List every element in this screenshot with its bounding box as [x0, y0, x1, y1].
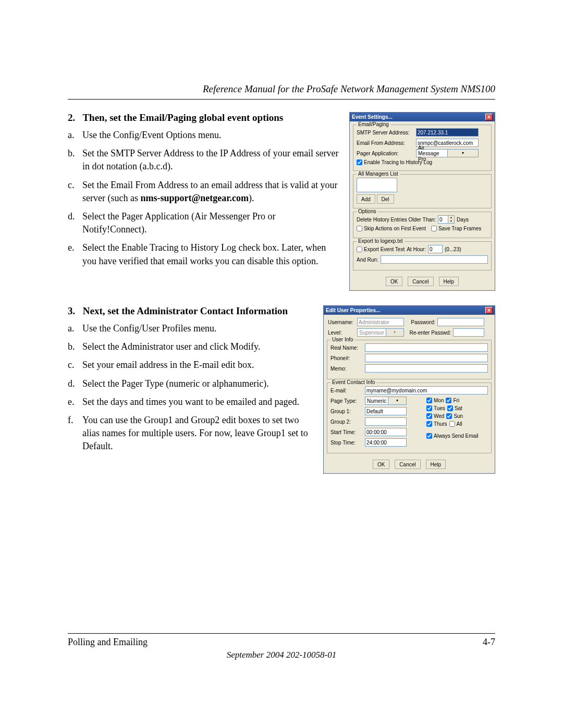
phone-input[interactable] — [365, 354, 488, 362]
item-text: Select the Administrator user and click … — [82, 340, 314, 353]
checkbox-label: Tues — [434, 405, 445, 411]
item-text: Set your email address in the E-mail edi… — [82, 359, 314, 372]
level-select: Supervisor▾ — [357, 328, 404, 337]
chevron-down-icon[interactable]: ▾ — [388, 397, 406, 404]
checkbox-label: Sun — [454, 413, 463, 419]
checkbox-input[interactable] — [357, 159, 362, 165]
group2-input[interactable] — [365, 417, 407, 426]
pagetype-select[interactable]: Numeric▾ — [365, 397, 407, 405]
managers-listbox[interactable] — [357, 178, 397, 192]
memo-input[interactable] — [365, 364, 488, 373]
checkbox-label: Always Send Email — [434, 433, 479, 439]
sat-checkbox[interactable]: Sat — [447, 405, 462, 411]
chevron-down-icon: ▾ — [386, 329, 403, 336]
item-label: d. — [68, 210, 82, 236]
smtp-input[interactable] — [416, 128, 479, 137]
section-3-row: 3. Next, set the Administrator Contact I… — [68, 305, 495, 474]
close-icon[interactable]: × — [485, 307, 493, 314]
all-checkbox[interactable]: All — [449, 421, 462, 427]
thu-checkbox[interactable]: Thurs — [426, 421, 447, 427]
item-text: Use the Config/User Profiles menu. — [82, 322, 314, 335]
wed-checkbox[interactable]: Wed — [426, 413, 444, 419]
export-text-checkbox[interactable]: Export Event Text — [357, 246, 405, 252]
checkbox-input[interactable] — [447, 405, 453, 411]
checkbox-input[interactable] — [426, 405, 432, 411]
dialog-titlebar[interactable]: Edit User Properties... × — [324, 306, 495, 315]
chevron-down-icon[interactable]: ▾ — [448, 219, 454, 223]
phone-label: Phone#: — [331, 355, 363, 361]
item-text: You can use the Group1 and Group2 edit b… — [82, 414, 314, 453]
checkbox-input[interactable] — [449, 421, 455, 427]
ok-button[interactable]: OK — [386, 277, 402, 286]
group-title: All Managers List — [357, 171, 400, 177]
spinner-input[interactable] — [438, 216, 448, 223]
realname-input[interactable] — [365, 343, 488, 352]
email-input[interactable] — [365, 386, 488, 394]
checkbox-label: Enable Tracing to History Log — [364, 159, 432, 165]
save-trap-checkbox[interactable]: Save Trap Frames — [431, 226, 481, 231]
stop-time-input[interactable] — [365, 438, 407, 447]
level-label: Level: — [328, 330, 355, 336]
del-history-spinner[interactable]: ▴▾ — [438, 215, 455, 224]
dialog-title: Event Settings... — [352, 114, 393, 120]
and-run-input[interactable] — [381, 255, 488, 264]
password-input[interactable] — [437, 318, 484, 326]
dialog-title: Edit User Properties... — [326, 307, 380, 313]
section-3-list: a.Use the Config/User Profiles menu. b.S… — [68, 322, 314, 453]
ok-button[interactable]: OK — [373, 460, 389, 469]
checkbox-input[interactable] — [357, 226, 362, 231]
dialog-titlebar[interactable]: Event Settings... × — [350, 113, 495, 121]
item-label: c. — [68, 359, 82, 372]
cancel-button[interactable]: Cancel — [408, 277, 433, 286]
checkbox-label: Mon — [434, 398, 444, 403]
checkbox-label: Save Trap Frames — [438, 226, 481, 231]
checkbox-input[interactable] — [426, 398, 432, 403]
checkbox-label: Sat — [455, 405, 462, 411]
enable-trace-checkbox[interactable]: Enable Tracing to History Log — [357, 159, 432, 165]
group-title: Export to logexp.txt — [357, 238, 405, 244]
tue-checkbox[interactable]: Tues — [426, 405, 445, 411]
text-post: ). — [249, 193, 254, 203]
checkbox-input[interactable] — [431, 226, 437, 231]
group1-input[interactable] — [365, 407, 407, 415]
mon-checkbox[interactable]: Mon — [426, 398, 444, 403]
at-hour-input[interactable] — [428, 245, 443, 253]
del-button[interactable]: Del — [377, 194, 394, 204]
group-export: Export to logexp.txt Export Event Text A… — [353, 241, 492, 270]
checkbox-label: Export Event Text — [364, 246, 405, 252]
checkbox-label: All — [457, 421, 462, 427]
checkbox-input[interactable] — [357, 246, 362, 252]
stop-time-label: Stop Time: — [331, 440, 363, 446]
close-icon[interactable]: × — [485, 114, 493, 120]
running-header: Reference Manual for the ProSafe Network… — [68, 83, 495, 99]
reenter-input[interactable] — [453, 328, 484, 337]
section-2-list: a.Use the Config/Event Options menu. b.S… — [68, 129, 340, 268]
checkbox-input[interactable] — [426, 421, 432, 427]
section-num: 2. — [68, 112, 80, 124]
bold-email: nms-support@netgear.com — [140, 193, 249, 203]
pager-app-select[interactable]: Air Message Pro▾ — [416, 149, 479, 157]
checkbox-input[interactable] — [426, 433, 432, 439]
smtp-label: SMTP Server Address: — [357, 130, 414, 135]
item-label: e. — [68, 396, 82, 409]
footer-date: September 2004 202-10058-01 — [68, 650, 495, 660]
chevron-up-icon[interactable]: ▴ — [448, 216, 454, 219]
always-send-checkbox[interactable]: Always Send Email — [426, 433, 479, 439]
checkbox-input[interactable] — [446, 413, 452, 419]
password-label: Password: — [406, 319, 435, 325]
help-button[interactable]: Help — [426, 460, 446, 469]
item-text: Select the Enable Tracing to History Log… — [82, 241, 340, 267]
add-button[interactable]: Add — [357, 194, 375, 204]
help-button[interactable]: Help — [439, 277, 459, 286]
chevron-down-icon[interactable]: ▾ — [447, 150, 479, 157]
sun-checkbox[interactable]: Sun — [446, 413, 463, 419]
cancel-button[interactable]: Cancel — [395, 460, 420, 469]
section-2-row: 2. Then, set the Email/Paging global eve… — [68, 112, 495, 291]
item-text: Set the days and times you want to be em… — [82, 396, 314, 409]
fri-checkbox[interactable]: Fri — [446, 398, 459, 403]
checkbox-input[interactable] — [446, 398, 451, 403]
checkbox-input[interactable] — [426, 413, 432, 419]
document-page: { "header": { "title": "Reference Manual… — [0, 0, 563, 728]
start-time-input[interactable] — [365, 428, 407, 436]
skip-first-checkbox[interactable]: Skip Actions on First Event — [357, 226, 426, 231]
